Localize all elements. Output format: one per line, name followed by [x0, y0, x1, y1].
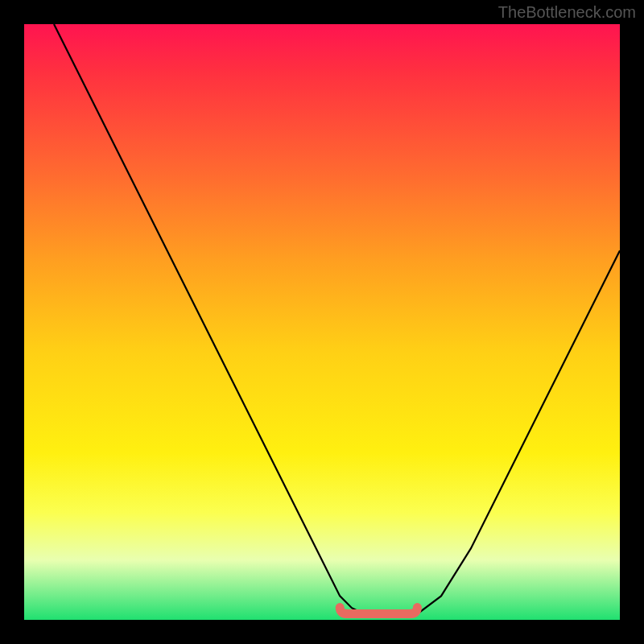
chart-svg — [24, 24, 620, 620]
watermark-text: TheBottleneck.com — [498, 3, 636, 22]
bottleneck-curve — [54, 24, 620, 617]
chart-area — [24, 24, 620, 620]
